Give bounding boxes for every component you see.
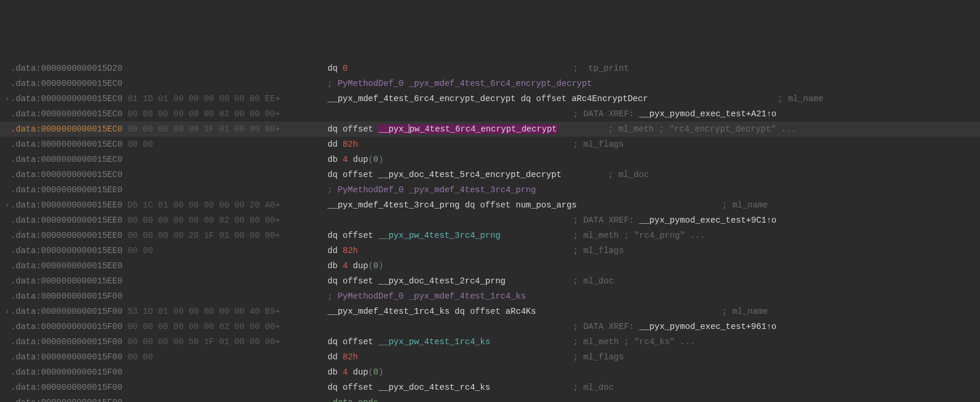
collapse-arrow-icon[interactable] (5, 137, 11, 152)
token: db (327, 155, 343, 164)
collapse-arrow-icon[interactable] (5, 243, 11, 258)
asm-line[interactable]: .data:0000000000015EC0 00 00 00 00 00 1F… (0, 122, 980, 137)
token: dq offset (450, 307, 506, 316)
collapse-arrow-icon[interactable] (5, 273, 11, 289)
hex-bytes: 81 1D 01 00 00 00 00 00 B0 EE+ (122, 94, 280, 103)
token: 82h (343, 140, 358, 149)
comment: ; ml_meth ; "rc4_ks" ... (573, 334, 695, 349)
asm-line[interactable]: .data:0000000000015EE0 00 00dd 82h; ml_f… (0, 243, 980, 258)
segment-address: .data:0000000000015EC0 (11, 155, 122, 164)
instruction-body: __pyx_mdef_4test_1rc4_ks dq offset aRc4K… (327, 304, 536, 319)
collapse-arrow-icon[interactable] (5, 334, 11, 349)
token: 0 (373, 261, 378, 271)
asm-line[interactable]: .data:0000000000015EE0dq offset __pyx_do… (0, 273, 980, 289)
asm-line[interactable]: .data:0000000000015EC0 00 00 00 00 00 00… (0, 106, 980, 122)
asm-line[interactable]: .data:0000000000015F00 00 00 00 00 00 00… (0, 319, 980, 334)
token: ; (327, 292, 337, 301)
asm-line[interactable]: .data:0000000000015EE0db 4 dup(0) (0, 258, 980, 273)
collapse-arrow-icon[interactable] (5, 228, 11, 243)
hex-bytes: 53 1D 01 00 00 00 00 00 40 B9+ (122, 307, 280, 316)
asm-line[interactable]: .data:0000000000015F00; PyMethodDef_0 _p… (0, 289, 980, 304)
asm-line[interactable]: .data:0000000000015EC0dq offset __pyx_do… (0, 167, 980, 182)
asm-line[interactable]: .data:0000000000015EC0; PyMethodDef_0 _p… (0, 76, 980, 91)
asm-line[interactable]: .data:0000000000015EE0; PyMethodDef_0 _p… (0, 182, 980, 197)
token: 82h (343, 352, 358, 362)
comment: ; ml_flags (573, 349, 624, 365)
asm-line[interactable]: .data:0000000000015EC0db 4 dup(0) (0, 152, 980, 167)
collapse-arrow-icon[interactable] (5, 380, 11, 395)
token: ends (358, 398, 378, 402)
token: ; (327, 79, 337, 88)
token: dq offset (327, 231, 378, 240)
asm-line[interactable]: .data:0000000000015F00 00 00dd 82h; ml_f… (0, 349, 980, 365)
disassembly-view[interactable]: .data:0000000000015D20dq 0; tp_print .da… (0, 61, 980, 402)
token: ) (378, 261, 384, 271)
segment-address: .data:0000000000015F00 (11, 292, 122, 301)
collapse-arrow-icon[interactable] (5, 319, 11, 334)
comment: ; tp_print (573, 61, 629, 76)
collapse-arrow-icon[interactable] (5, 289, 11, 304)
token: __pyx_doc_4test_5rc4_encrypt_decrypt (378, 170, 561, 179)
token: dq (327, 64, 343, 73)
token: dd (327, 246, 343, 255)
instruction-body: dq offset __pyx_pw_4test_6rc4_encrypt_de… (327, 122, 557, 137)
collapse-arrow-icon[interactable]: › (5, 197, 11, 213)
collapse-arrow-icon[interactable] (5, 365, 11, 380)
token: ) (378, 368, 384, 377)
asm-line[interactable]: ›.data:0000000000015F00 53 1D 01 00 00 0… (0, 304, 980, 319)
token: 0 (373, 368, 378, 377)
token: 4 (343, 155, 348, 164)
collapse-arrow-icon[interactable] (5, 106, 11, 122)
hex-bytes: 00 00 (122, 352, 153, 362)
comment: ; ml_doc (573, 273, 614, 289)
comment: ; DATA XREF: __pyx_pymod_exec_test+9C1↑o (573, 213, 777, 228)
asm-line[interactable]: .data:0000000000015F00 00 00 00 00 50 1F… (0, 334, 980, 349)
asm-line[interactable]: ›.data:0000000000015EE0 D5 1C 01 00 00 0… (0, 197, 980, 213)
token: PyMethodDef_0 _pyx_mdef_4test_3rc4_prng (337, 185, 536, 195)
segment-address: .data:0000000000015EE0 (11, 261, 122, 271)
asm-line[interactable]: .data:0000000000015F00dq offset __pyx_do… (0, 380, 980, 395)
token: dq offset (327, 170, 378, 179)
token: num_pos_args (516, 200, 577, 210)
collapse-arrow-icon[interactable] (5, 61, 11, 76)
asm-line[interactable]: .data:0000000000015F00_data ends (0, 395, 980, 402)
asm-line[interactable]: .data:0000000000015EC0 00 00dd 82h; ml_f… (0, 137, 980, 152)
comment: ; ml_name (778, 91, 823, 106)
collapse-arrow-icon[interactable]: › (5, 304, 11, 319)
comment: ; ml_flags (573, 243, 624, 258)
collapse-arrow-icon[interactable] (5, 152, 11, 167)
collapse-arrow-icon[interactable] (5, 167, 11, 182)
segment-address: .data:0000000000015EE0 (11, 231, 122, 240)
segment-address: .data:0000000000015EE0 (11, 246, 122, 255)
instruction-body: dq offset __pyx_doc_4test_rc4_ks (327, 380, 490, 395)
hex-bytes: 00 00 00 00 00 00 82 00 00 00+ (122, 109, 280, 119)
collapse-arrow-icon[interactable] (5, 349, 11, 365)
token: dd (327, 140, 343, 149)
token: 82h (343, 246, 358, 255)
hex-bytes: 00 00 (122, 140, 153, 149)
token: dq offset (327, 276, 378, 286)
instruction-body: dq offset __pyx_pw_4test_1rc4_ks (327, 334, 490, 349)
token: PyMethodDef_0 _pyx_mdef_4test_6rc4_encry… (337, 79, 592, 88)
token: 4 (343, 261, 348, 271)
instruction-body: dq 0 (327, 61, 348, 76)
collapse-arrow-icon[interactable] (5, 182, 11, 197)
comment: ; DATA XREF: __pyx_pymod_exec_test+A21↑o (573, 106, 777, 122)
asm-line[interactable]: .data:0000000000015EE0 00 00 00 00 00 00… (0, 213, 980, 228)
collapse-arrow-icon[interactable] (5, 122, 11, 137)
collapse-arrow-icon[interactable]: › (5, 91, 11, 106)
collapse-arrow-icon[interactable] (5, 258, 11, 273)
token: dup (348, 261, 368, 271)
collapse-arrow-icon[interactable] (5, 213, 11, 228)
token: db (327, 261, 343, 271)
collapse-arrow-icon[interactable] (5, 76, 11, 91)
asm-line[interactable]: .data:0000000000015F00db 4 dup(0) (0, 365, 980, 380)
token: pw_4test_6rc4_encrypt_decrypt (409, 124, 557, 134)
asm-line[interactable]: ›.data:0000000000015EC0 81 1D 01 00 00 0… (0, 91, 980, 106)
collapse-arrow-icon[interactable] (5, 395, 11, 402)
text-cursor (409, 124, 409, 134)
segment-address: .data:0000000000015F00 (11, 322, 122, 331)
token: __pyx_doc_4test_rc4_ks (378, 383, 490, 392)
asm-line[interactable]: .data:0000000000015D20dq 0; tp_print (0, 61, 980, 76)
asm-line[interactable]: .data:0000000000015EE0 00 00 00 00 20 1F… (0, 228, 980, 243)
